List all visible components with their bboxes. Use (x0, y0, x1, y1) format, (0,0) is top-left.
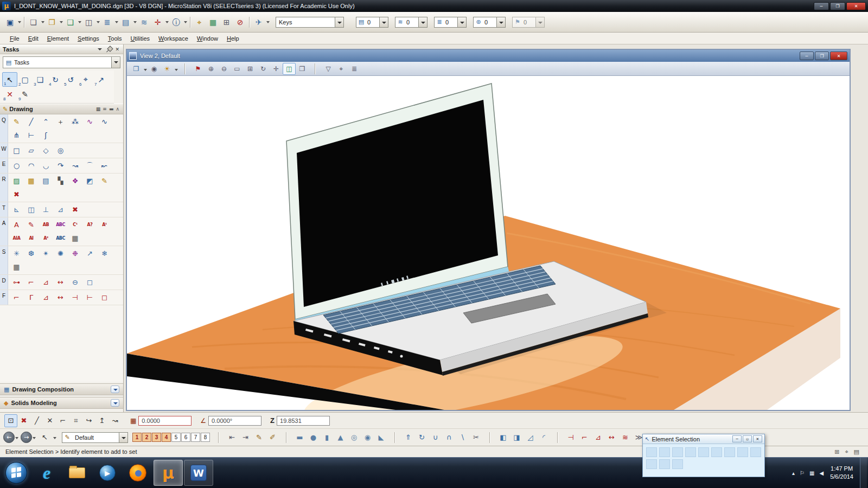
z-input[interactable]: 19.8531 (277, 416, 330, 426)
drawing-tool-icon[interactable]: ⌐ (24, 275, 39, 289)
close-icon[interactable]: ✕ (114, 47, 120, 52)
drawing-tool-icon[interactable]: ↷ (53, 159, 68, 172)
task-main-tool[interactable]: ↻ 4 (48, 72, 63, 87)
view-number-chip[interactable]: 5 (171, 433, 181, 442)
history-nav-button[interactable]: → (21, 432, 32, 443)
modeling-tool-icon[interactable]: ≋ (618, 431, 632, 444)
drawing-tool-icon[interactable]: ❉ (68, 247, 82, 260)
spinner-combo[interactable]: ⊛ 0 (473, 17, 506, 28)
modeling-tool-icon[interactable] (483, 431, 496, 444)
chevron-down-icon[interactable] (119, 433, 127, 442)
modeling-tool-icon[interactable]: ◧ (496, 431, 510, 444)
angle-lock-icon[interactable]: ∠ (200, 417, 206, 425)
view-window-button[interactable]: ❐ (815, 52, 829, 60)
tray-icon[interactable]: ◀ (819, 470, 824, 476)
drawing-tool-icon[interactable]: ABC (53, 218, 68, 232)
view-toolbar-icon[interactable]: ◫ (283, 63, 296, 75)
view-toolbar-icon[interactable]: ⊕ (205, 63, 218, 75)
drawing-tool-icon[interactable]: ◩ (82, 174, 97, 188)
drawing-tool-icon[interactable]: ✖ (68, 203, 82, 216)
palette-button[interactable]: ▫ (743, 435, 752, 442)
toolbar-icon[interactable]: ⊞ (220, 15, 233, 29)
modeling-tool-icon[interactable]: ↻ (415, 431, 429, 444)
modeling-tool-icon[interactable]: ✎ (252, 431, 266, 444)
view-toolbar-icon[interactable] (178, 63, 192, 75)
distance-lock-icon[interactable]: ▦ (130, 417, 136, 425)
chevron-down-icon[interactable] (32, 432, 37, 443)
drawing-tool-icon[interactable]: ↝ (68, 159, 82, 172)
drawing-tool-icon[interactable]: ⊿ (39, 275, 53, 289)
toolbar-icon[interactable] (188, 15, 193, 29)
drawing-tool-icon[interactable]: ↔ (53, 275, 68, 289)
drawing-tool-icon[interactable]: ⊶ (9, 275, 24, 289)
view-number-chip[interactable]: 8 (201, 433, 210, 442)
chevron-down-icon[interactable] (97, 46, 103, 53)
chevron-down-icon[interactable] (496, 17, 505, 27)
modeling-tool-icon[interactable]: ● (307, 431, 320, 444)
modeling-tool-icon[interactable]: ◎ (347, 431, 361, 444)
drawing-tool-icon[interactable]: ▨ (9, 174, 24, 188)
drawing-tool-icon[interactable]: ❄ (97, 247, 112, 260)
start-button[interactable] (3, 459, 29, 487)
view-toolbar-icon[interactable]: ⌖ (335, 63, 348, 75)
toolbar-icon[interactable]: ❐ (45, 15, 59, 29)
modeling-tool-icon[interactable]: ⊿ (591, 431, 605, 444)
toolbar-icon[interactable]: ⊘ (233, 15, 247, 29)
palette-title-bar[interactable]: ↖ Element Selection ─▫✕ (643, 434, 764, 444)
view-number-chip[interactable]: 3 (152, 433, 161, 442)
toolbar-icon[interactable]: ≣ (100, 15, 114, 29)
view-toolbar-icon[interactable]: ◉ (148, 63, 161, 75)
view-toolbar-icon[interactable] (309, 63, 322, 75)
chevron-down-icon[interactable] (111, 386, 119, 393)
chevron-down-icon[interactable] (15, 432, 20, 443)
window-button[interactable]: ─ (814, 2, 829, 10)
drawing-section-header[interactable]: ✎ Drawing ▦≡▬∧ (0, 104, 123, 114)
spinner-combo[interactable]: ⚑ 0 (512, 17, 545, 28)
modeling-tool-icon[interactable]: ⇥ (239, 431, 252, 444)
window-button[interactable]: ❐ (830, 2, 845, 10)
bottom-toolbar-icon[interactable]: ↝ (108, 414, 122, 427)
drawing-tool-icon[interactable]: ⋔ (9, 129, 24, 142)
drawing-tool-icon[interactable]: ↗ (82, 247, 97, 260)
drawing-tool-icon[interactable]: A (9, 218, 24, 232)
modeling-tool-icon[interactable]: ▬ (293, 431, 307, 444)
drawing-tool-icon[interactable]: ✎ (24, 218, 39, 232)
bottom-toolbar-icon[interactable]: ⌐ (56, 414, 69, 427)
drawing-tool-icon[interactable]: ∿ (97, 115, 112, 129)
view-window-button[interactable]: ✕ (830, 52, 847, 60)
task-main-tool[interactable]: ✎ 9 (17, 87, 33, 101)
modeling-tool-icon[interactable]: ⊣ (564, 431, 578, 444)
status-icon[interactable]: ⊞ (834, 448, 839, 455)
drawing-tool-icon[interactable]: ◇ (39, 144, 53, 157)
status-icon[interactable]: ⌖ (845, 448, 848, 455)
drawing-tool-icon[interactable]: ʃ (39, 129, 53, 142)
pointer-tool-button[interactable]: ↖ (38, 431, 52, 444)
chevron-down-icon[interactable] (379, 17, 388, 27)
drawing-tool-icon[interactable]: ⊾ (9, 203, 24, 216)
panel-section[interactable]: ◆ Solids Modeling (0, 397, 123, 409)
task-main-tool[interactable]: ↗ 7 (93, 72, 108, 87)
drawing-tool-icon[interactable]: ⌃ (39, 115, 53, 129)
window-button[interactable]: ✕ (846, 2, 866, 10)
menu-item[interactable]: Utilities (126, 34, 154, 43)
menu-item[interactable]: Window (193, 34, 222, 43)
tasks-combo[interactable]: ▤ Tasks (3, 56, 120, 68)
drawing-tool-icon[interactable]: ▦ (9, 260, 24, 274)
drawing-tool-icon[interactable]: ✖ (9, 188, 24, 201)
toolbar-icon[interactable]: ≋ (137, 15, 151, 29)
toolbar-icon[interactable]: ⌖ (193, 15, 206, 29)
taskbar-app-button[interactable] (123, 460, 152, 486)
spinner-combo[interactable]: ≋ 0 (395, 17, 427, 28)
toolbar-icon[interactable]: ▦ (206, 15, 220, 29)
modeling-tool-icon[interactable]: ⇑ (401, 431, 415, 444)
menu-item[interactable]: Tools (104, 34, 126, 43)
drawing-tool-icon[interactable]: ↔ (53, 291, 68, 304)
modeling-tool-icon[interactable]: ◉ (361, 431, 374, 444)
drawing-tool-icon[interactable]: ⊥ (39, 203, 53, 216)
drawing-tool-icon[interactable]: ❖ (68, 174, 82, 188)
view-number-chip[interactable]: 6 (181, 433, 190, 442)
modeling-tool-icon[interactable]: ◜ (537, 431, 551, 444)
view-toolbar-icon[interactable]: ▭ (231, 63, 244, 75)
taskbar-app-button[interactable] (62, 460, 92, 486)
show-desktop-button[interactable] (860, 458, 867, 488)
